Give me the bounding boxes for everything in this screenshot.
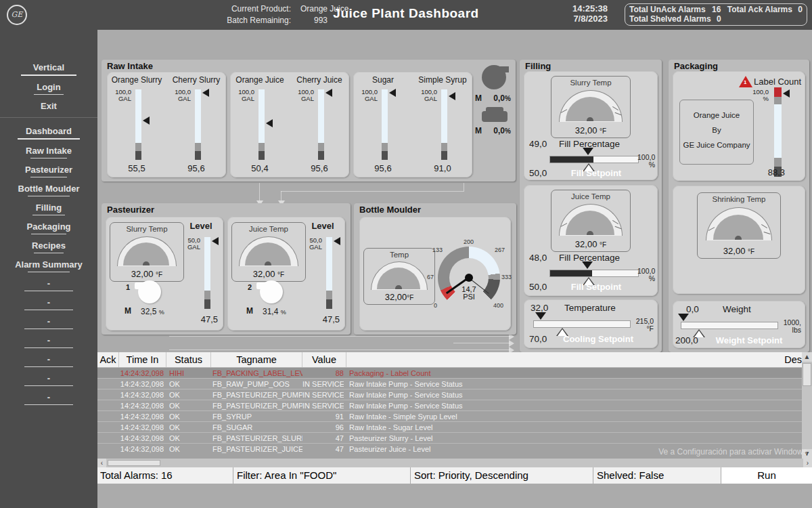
tank-level-marker[interactable]	[389, 89, 396, 97]
level-marker[interactable]	[334, 237, 340, 245]
psi-gauge[interactable]: 0 67 133 200 267 333 400 14,7 PSI	[438, 247, 500, 309]
col-status[interactable]: Status	[166, 352, 211, 367]
pump-icon[interactable]	[482, 65, 506, 89]
tank-orange-juice[interactable]: Orange Juice 100,0GAL 50,4	[230, 72, 290, 177]
tank-level-marker[interactable]	[202, 89, 209, 97]
psi-tick: 67	[427, 274, 434, 280]
raw-intake-panel: Raw Intake Orange Slurry 100,0GAL 55,5 C…	[102, 60, 516, 182]
psi-tick: 200	[464, 238, 474, 245]
slider-value-marker[interactable]	[583, 148, 593, 155]
scroll-right-icon[interactable]: ›	[803, 459, 812, 467]
tank-sugar[interactable]: Sugar 100,0GAL 95,6	[353, 72, 413, 177]
pump-speed-unit: %	[505, 95, 511, 102]
tank-level-bar	[318, 89, 324, 160]
col-value[interactable]: Value	[302, 352, 346, 367]
sidebar-item-blank[interactable]: -	[0, 316, 97, 329]
sidebar-item-login[interactable]: Login	[0, 82, 97, 95]
alarm-row[interactable]: 14:24:32,098 OK FB_SUGAR 96 Raw Intake -…	[97, 421, 802, 432]
setpoint-slider[interactable]	[549, 156, 639, 163]
sidebar-item-blank[interactable]: -	[0, 392, 97, 405]
alarm-row[interactable]: 14:24:32,098 OK FB_PASTEURIZER_SLURR 47 …	[97, 432, 802, 443]
sidebar-item-blank[interactable]: -	[0, 335, 97, 348]
sidebar-item-recipes[interactable]: Recipes	[0, 240, 97, 253]
gauge-title: Juice Temp	[551, 192, 630, 200]
sidebar-item-blank[interactable]: -	[0, 354, 97, 367]
scroll-left-icon[interactable]: ‹	[97, 459, 106, 467]
top-bar: GE Current Product: Orange Juice Batch R…	[0, 0, 812, 30]
temp-gauge[interactable]: Juice Temp 32,00 °F	[231, 222, 306, 282]
temp-gauge[interactable]: Slurry Temp 32,00 °F	[551, 76, 631, 138]
sidebar-item-blank[interactable]: -	[0, 373, 97, 386]
alarm-row[interactable]: 14:24:32,098 OK FB_PASTEURIZER_PUMP IN S…	[97, 389, 802, 400]
temp-gauge[interactable]: Temp 32,00°F	[363, 248, 435, 305]
hscroll-thumb[interactable]	[108, 460, 160, 466]
raw-intake-card: Orange Juice 100,0GAL 50,4 Cherry Juice …	[230, 72, 349, 177]
col-tagname[interactable]: Tagname	[211, 352, 302, 367]
col-description[interactable]: Des	[761, 352, 802, 367]
sidebar-item-exit[interactable]: Exit	[0, 101, 97, 111]
slider-max-unit: lbs	[778, 326, 801, 334]
tank-orange-slurry[interactable]: Orange Slurry 100,0GAL 55,5	[107, 72, 166, 177]
tank-level-marker[interactable]	[325, 89, 332, 97]
pump-icon[interactable]	[260, 280, 283, 303]
run-button[interactable]: Run	[721, 467, 812, 484]
alarm-row[interactable]: 14:24:32,098 OK FB_RAW_PUMP_OOS IN SERVI…	[97, 378, 802, 389]
label-count-marker[interactable]	[783, 89, 790, 98]
alarm-row[interactable]: 14:24:32,098 OK FB_PASTEURIZER_PUMP IN S…	[97, 400, 802, 410]
slider-max-unit: %	[637, 161, 655, 169]
setpoint-slider[interactable]	[533, 320, 631, 328]
product-by: By	[680, 126, 753, 134]
vscroll-thumb[interactable]	[803, 363, 811, 386]
pump-speed-value: 0,0	[493, 93, 505, 103]
col-ack[interactable]: Ack	[97, 352, 119, 367]
temp-gauge[interactable]: Slurry Temp 32,00 °F	[110, 222, 184, 282]
flow-line	[281, 191, 464, 192]
alarm-count: 1	[744, 79, 746, 85]
slider-value-marker[interactable]	[535, 312, 546, 320]
alarm-row[interactable]: 14:24:32,098 OK FB_SYRUP 91 Raw Intake -…	[97, 410, 802, 421]
motor-icon[interactable]	[482, 111, 508, 122]
col-time-in[interactable]: Time In	[119, 352, 166, 367]
level-marker[interactable]	[212, 237, 219, 245]
current-product-label: Current Product:	[215, 4, 291, 14]
slider-value-marker[interactable]	[678, 314, 689, 321]
pump-mode[interactable]: M	[475, 93, 482, 103]
slider-value-marker[interactable]	[582, 261, 593, 269]
tank-level-marker[interactable]	[449, 92, 455, 100]
tank-cherry-juice[interactable]: Cherry Juice 100,0GAL 95,6	[290, 72, 349, 177]
sidebar-item-blank[interactable]: -	[0, 278, 97, 291]
pump-mode[interactable]: M	[246, 306, 253, 316]
sidebar-item-raw-intake[interactable]: Raw Intake	[0, 146, 97, 158]
sidebar-item-pasteurizer[interactable]: Pasteurizer	[0, 165, 97, 177]
setpoint-slider[interactable]	[549, 270, 639, 277]
table-vscrollbar[interactable]: ▲ ▼	[802, 352, 812, 459]
level-unit: GAL	[295, 244, 322, 251]
sidebar-item-vertical[interactable]: Vertical	[0, 62, 97, 76]
setpoint-slider[interactable]	[681, 322, 778, 329]
tank-simple-syrup[interactable]: Simple Syrup 100,0GAL 91,0	[413, 72, 472, 177]
weight-card: 0,0 Weight 1000,lbs 200,0 Weight Setpoin…	[673, 301, 805, 348]
temp-gauge[interactable]: Juice Temp 32,00 °F	[551, 190, 631, 252]
tank-level-marker[interactable]	[143, 117, 150, 125]
sidebar-item-alarm-summary[interactable]: Alarm Summary	[0, 259, 97, 272]
pump-mode[interactable]: M	[125, 306, 131, 316]
alarm-row[interactable]: 14:24:32,098 HIHI FB_PACKING_LABEL_LEV 8…	[97, 367, 802, 378]
sidebar-item-packaging[interactable]: Packaging	[0, 221, 97, 234]
level-unit: GAL	[173, 244, 200, 251]
scroll-up-icon[interactable]: ▲	[802, 352, 812, 362]
tank-cherry-slurry[interactable]: Cherry Slurry 100,0GAL 95,6	[166, 72, 226, 177]
sidebar-item-bottle-moulder[interactable]: Bottle Moulder	[0, 184, 97, 196]
tank-level-marker[interactable]	[266, 119, 273, 127]
sidebar-item-blank[interactable]: -	[0, 297, 97, 310]
alarm-triangle-icon[interactable]: 1	[739, 76, 752, 87]
setpoint-label: Fill Setpoint	[559, 168, 633, 178]
sidebar-item-filling[interactable]: Filling	[0, 203, 97, 215]
sidebar-item-dashboard[interactable]: Dashboard	[0, 126, 97, 140]
pump-icon[interactable]	[138, 280, 161, 303]
temp-gauge[interactable]: Shrinking Temp 32,00 °F	[697, 192, 781, 259]
table-hscrollbar[interactable]: ‹ ›	[97, 459, 812, 467]
bottle-moulder-title: Bottle Moulder	[359, 205, 421, 215]
pump-mode[interactable]: M	[475, 126, 482, 135]
tank-unit: GAL	[108, 96, 131, 102]
alarm-status-bar: Total Alarms: 16 Filter: Area In "FOOD" …	[97, 467, 812, 484]
